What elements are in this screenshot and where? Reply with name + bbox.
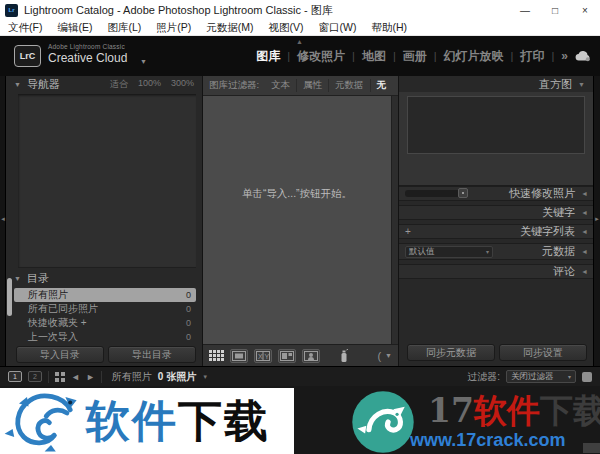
module-library[interactable]: 图库 bbox=[256, 48, 280, 65]
collapse-left-icon: ◄ bbox=[581, 248, 588, 255]
collapse-left-icon: ◄ bbox=[581, 228, 588, 235]
app-icon: Lr bbox=[5, 4, 18, 17]
catalog-item-count: 0 bbox=[186, 332, 191, 342]
empty-state-message: 单击“导入...”按钮开始。 bbox=[203, 187, 391, 201]
histogram-display bbox=[407, 96, 585, 154]
filmstrip-status-bar: 1 2 ◄ ► 所有照片 0 张照片 ▼ 过滤器: 关闭过滤器 ▾ bbox=[0, 366, 600, 386]
metadata-header[interactable]: 默认值 ▾ 元数据 ◄ bbox=[399, 243, 594, 260]
filmstrip-scrollbar-corner[interactable] bbox=[583, 443, 600, 453]
forward-arrow-icon[interactable]: ► bbox=[86, 372, 95, 382]
content-area: 图库过滤器: 文本 属性 元数据 无 单击“导入...”按钮开始。 bbox=[203, 76, 398, 366]
keyword-list-header[interactable]: + 关键字列表 ◄ bbox=[399, 224, 594, 239]
filter-bar-title: 图库过滤器: bbox=[209, 79, 259, 92]
quick-develop-header[interactable]: 快速修改照片 ◄ bbox=[399, 186, 594, 201]
keywording-header[interactable]: 关键字 ◄ bbox=[399, 205, 594, 220]
filter-metadata-tab[interactable]: 元数据 bbox=[328, 79, 370, 92]
catalog-item-quick-collection[interactable]: 快捷收藏夹 + 0 bbox=[14, 316, 196, 330]
zoom-fit-button[interactable]: 适合 bbox=[110, 78, 128, 91]
right-panel-collapse-strip[interactable]: ► bbox=[593, 76, 600, 366]
menu-window[interactable]: 窗口(W) bbox=[319, 21, 357, 35]
grid-back-icon[interactable] bbox=[55, 372, 65, 382]
toolbar-options-icon[interactable]: ▼ bbox=[385, 352, 392, 359]
second-monitor-button[interactable]: 2 bbox=[28, 371, 42, 382]
source-indicator[interactable]: 所有照片 bbox=[112, 370, 152, 384]
quick-develop-slider[interactable] bbox=[405, 190, 467, 197]
separator bbox=[101, 371, 102, 383]
watermark-number: 17 bbox=[428, 391, 474, 430]
filter-preset-dropdown[interactable]: 关闭过滤器 ▾ bbox=[506, 370, 576, 383]
menu-view[interactable]: 视图(V) bbox=[269, 21, 304, 35]
catalog-item-previous-import[interactable]: 上一次导入 0 bbox=[14, 330, 196, 344]
close-button[interactable]: × bbox=[570, 0, 600, 20]
menu-edit[interactable]: 编辑(E) bbox=[57, 21, 92, 35]
filter-text-tab[interactable]: 文本 bbox=[265, 79, 296, 92]
maximize-button[interactable]: □ bbox=[540, 0, 570, 20]
metadata-preset-value: 默认值 bbox=[409, 246, 435, 258]
main-monitor-button[interactable]: 1 bbox=[8, 371, 22, 382]
back-arrow-icon[interactable]: ◄ bbox=[71, 372, 80, 382]
lightroom-window: Lr Lightroom Catalog - Adobe Photoshop L… bbox=[0, 0, 600, 454]
navigator-title: 导航器 bbox=[27, 77, 60, 92]
menu-bar: 文件(F) 编辑(E) 图库(L) 照片(P) 元数据(M) 视图(V) 窗口(… bbox=[0, 20, 600, 36]
toolbar-slider-handle[interactable]: ( bbox=[377, 350, 381, 362]
catalog-item-label: 上一次导入 bbox=[28, 330, 78, 344]
menu-library[interactable]: 图库(L) bbox=[107, 21, 141, 35]
metadata-preset-dropdown[interactable]: 默认值 ▾ bbox=[405, 246, 493, 258]
histogram-header[interactable]: 直方图 ▼ bbox=[399, 76, 593, 92]
view-toolbar: XY ( ▼ bbox=[203, 344, 398, 366]
navigator-header[interactable]: ▼ 导航器 适合 100% 300% bbox=[6, 76, 202, 92]
painter-spray-icon[interactable] bbox=[340, 349, 348, 363]
add-keyword-icon[interactable]: + bbox=[405, 226, 411, 237]
compare-view-icon[interactable]: XY bbox=[254, 349, 272, 363]
grid-view-icon[interactable] bbox=[209, 350, 224, 361]
separator bbox=[48, 371, 49, 383]
module-overflow[interactable]: » bbox=[561, 49, 568, 63]
watermark-word-blue: 软件 bbox=[86, 395, 178, 446]
menu-photo[interactable]: 照片(P) bbox=[156, 21, 191, 35]
grid-scrollbar[interactable] bbox=[391, 96, 398, 344]
menu-help[interactable]: 帮助(H) bbox=[371, 21, 407, 35]
people-view-icon[interactable] bbox=[302, 349, 320, 363]
zoom-300-button[interactable]: 300% bbox=[171, 78, 194, 91]
photo-count: 0 张照片 bbox=[158, 370, 196, 384]
catalog-header[interactable]: ▼ 目录 bbox=[6, 270, 202, 286]
right-panel: 直方图 ▼ 快速修改照片 ◄ 关键字 ◄ + 关键字列表 ◄ bbox=[398, 76, 593, 366]
module-separator: | bbox=[551, 50, 554, 62]
comments-title: 评论 bbox=[553, 264, 575, 279]
minimize-button[interactable]: — bbox=[510, 0, 540, 20]
filter-toggle-icon[interactable] bbox=[582, 372, 592, 382]
filter-attribute-tab[interactable]: 属性 bbox=[296, 79, 328, 92]
sync-metadata-button[interactable]: 同步元数据 bbox=[407, 344, 495, 361]
menu-file[interactable]: 文件(F) bbox=[8, 21, 42, 35]
collapse-right-icon: ► bbox=[594, 216, 600, 222]
survey-view-icon[interactable] bbox=[278, 349, 296, 363]
cloud-sync-icon[interactable] bbox=[575, 50, 592, 62]
export-catalog-button[interactable]: 导出目录 bbox=[108, 346, 196, 363]
module-map[interactable]: 地图 bbox=[362, 48, 386, 65]
lrc-logo: LrC bbox=[14, 45, 41, 67]
module-separator: | bbox=[511, 50, 514, 62]
import-catalog-button[interactable]: 导入目录 bbox=[16, 346, 104, 363]
filter-none-tab[interactable]: 无 bbox=[370, 79, 393, 92]
loupe-view-icon[interactable] bbox=[230, 349, 248, 363]
chevron-down-icon[interactable]: ▼ bbox=[140, 58, 147, 65]
module-develop[interactable]: 修改照片 bbox=[297, 48, 345, 65]
sync-settings-button[interactable]: 同步设置 bbox=[499, 344, 587, 361]
menu-metadata[interactable]: 元数据(M) bbox=[206, 21, 253, 35]
module-book[interactable]: 画册 bbox=[403, 48, 427, 65]
zoom-100-button[interactable]: 100% bbox=[138, 78, 161, 91]
comments-header[interactable]: 评论 ◄ bbox=[399, 264, 594, 279]
catalog-item-all-synced[interactable]: 所有已同步照片 0 bbox=[14, 302, 196, 316]
product-name[interactable]: Creative Cloud bbox=[48, 51, 127, 65]
slider-knob[interactable] bbox=[458, 188, 468, 198]
module-print[interactable]: 打印 bbox=[520, 48, 544, 65]
keywording-title: 关键字 bbox=[542, 205, 575, 220]
catalog-item-all-photos[interactable]: 所有照片 0 bbox=[14, 288, 196, 302]
collapse-left-icon: ◄ bbox=[581, 209, 588, 216]
title-bar: Lr Lightroom Catalog - Adobe Photoshop L… bbox=[0, 0, 600, 20]
module-slideshow[interactable]: 幻灯片放映 bbox=[444, 48, 504, 65]
main-area: ◄ ▼ 导航器 适合 100% 300% ▼ 目录 所有照片 0 bbox=[0, 76, 600, 366]
filter-preset-value: 关闭过滤器 bbox=[511, 371, 554, 383]
source-dropdown-icon[interactable]: ▼ bbox=[202, 374, 208, 380]
histogram-title: 直方图 bbox=[539, 77, 572, 92]
